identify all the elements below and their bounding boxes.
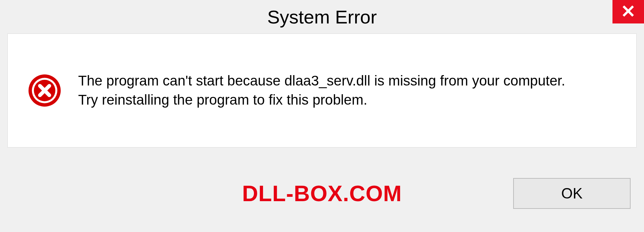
dialog-content: The program can't start because dlaa3_se… bbox=[7, 34, 637, 148]
close-icon bbox=[622, 5, 634, 18]
dialog-footer: DLL-BOX.COM OK bbox=[0, 155, 644, 232]
watermark-text: DLL-BOX.COM bbox=[242, 181, 402, 206]
dialog-titlebar: System Error bbox=[0, 0, 644, 34]
close-button[interactable] bbox=[612, 0, 644, 23]
dialog-title: System Error bbox=[267, 6, 377, 28]
error-icon bbox=[28, 74, 61, 107]
ok-button-label: OK bbox=[561, 185, 583, 202]
ok-button[interactable]: OK bbox=[513, 178, 631, 209]
error-message: The program can't start because dlaa3_se… bbox=[78, 71, 581, 109]
